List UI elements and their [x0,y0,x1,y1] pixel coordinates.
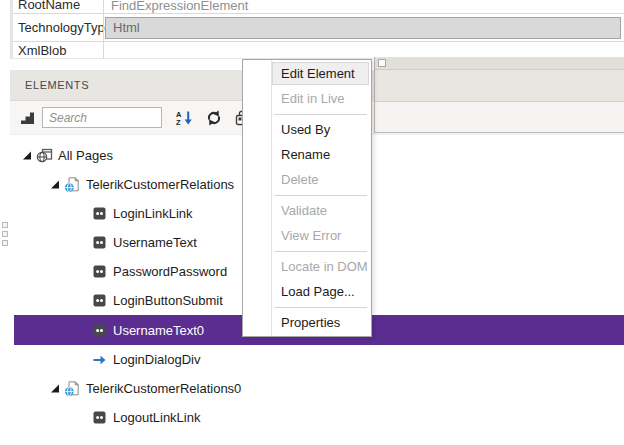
menu-item-edit-element[interactable]: Edit Element [243,61,371,86]
menu-item-load-page[interactable]: Load Page... [243,279,371,304]
tree-item-label: LoginLinkLink [113,206,193,221]
menu-item-used-by[interactable]: Used By [243,117,371,142]
property-row-rootname[interactable]: RootName FindExpressionElement [13,0,624,14]
background-panel-row [375,102,624,133]
div-arrow-icon [90,355,108,365]
background-panel-strip [375,57,624,70]
property-grid: RootName FindExpressionElement Technolog… [10,0,624,59]
html-element-icon [90,207,108,220]
tree-item-telerikcustomerrelations0[interactable]: TelerikCustomerRelations0 [14,374,624,403]
tree-item-label: UsernameText [113,235,197,250]
menu-item-properties[interactable]: Properties [243,310,371,335]
tree-item-label: PasswordPassword [113,264,227,279]
tree-item-label: LogoutLinkLink [113,410,200,425]
tree-item-label: All Pages [58,148,113,163]
panel-splitter-handle[interactable] [2,222,8,249]
tree-item-logindialogdiv[interactable]: LoginDialogDiv [14,345,624,374]
property-label: TechnologyType [13,14,103,41]
property-row-technologytype[interactable]: TechnologyType Html [13,14,624,42]
expand-arrow-icon[interactable] [48,384,63,393]
property-label: XmlBlob [13,42,103,58]
refresh-icon[interactable] [206,110,222,126]
svg-text:Z: Z [176,118,181,126]
menu-item-validate[interactable]: Validate [243,198,371,223]
element-context-menu: Edit ElementEdit in LiveUsed ByRenameDel… [242,59,372,337]
tree-item-label: TelerikCustomerRelations [86,177,234,192]
menu-item-delete[interactable]: Delete [243,167,371,192]
tree-item-label: LoginDialogDiv [113,352,200,367]
html-element-icon [90,265,108,278]
grid-corner-box [378,59,386,67]
html-element-icon [90,236,108,249]
expand-arrow-icon[interactable] [20,151,35,160]
html-element-icon [90,294,108,307]
property-value: FindExpressionElement [104,0,248,13]
all-pages-icon [35,148,53,163]
expand-arrow-icon[interactable] [48,180,63,189]
html-element-icon [90,324,108,337]
menu-item-locate-in-dom[interactable]: Locate in DOM [243,254,371,279]
levels-icon[interactable] [20,111,35,125]
sort-az-icon[interactable]: A Z [175,110,193,126]
web-page-icon [63,177,81,193]
menu-item-rename[interactable]: Rename [243,142,371,167]
tree-item-label: UsernameText0 [113,323,204,338]
menu-item-edit-in-live[interactable]: Edit in Live [243,86,371,111]
background-panel [374,57,624,133]
tree-item-logoutlinklink[interactable]: LogoutLinkLink [14,403,624,432]
menu-item-view-error[interactable]: View Error [243,223,371,248]
tree-item-label: LoginButtonSubmit [113,293,223,308]
search-input[interactable] [42,107,162,128]
tree-item-label: TelerikCustomerRelations0 [86,381,241,396]
background-panel-row [375,70,624,102]
technologytype-field: Html [105,17,621,39]
web-page-icon [63,381,81,397]
html-element-icon [90,411,108,424]
property-label: RootName [13,0,103,13]
